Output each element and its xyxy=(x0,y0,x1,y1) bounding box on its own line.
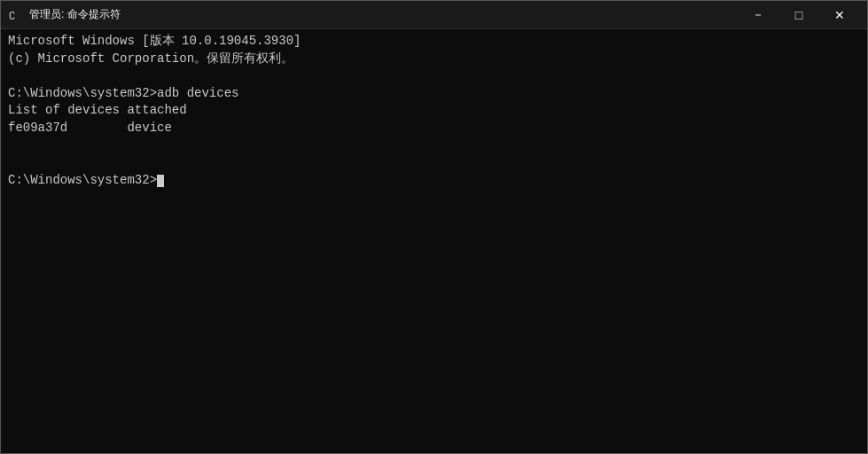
window-title: 管理员: 命令提示符 xyxy=(29,7,121,22)
console-line xyxy=(8,154,860,172)
cmd-window: C 管理员: 命令提示符 － □ ✕ Microsoft Windows [版本… xyxy=(0,0,868,454)
cmd-icon: C xyxy=(8,8,22,22)
console-line: (c) Microsoft Corporation。保留所有权利。 xyxy=(8,51,860,68)
console-line: List of devices attached xyxy=(8,102,860,120)
maximize-button[interactable]: □ xyxy=(778,1,819,29)
title-bar-left: C 管理员: 命令提示符 xyxy=(8,7,121,22)
svg-text:C: C xyxy=(9,11,15,22)
console-output: Microsoft Windows [版本 10.0.19045.3930](c… xyxy=(8,33,860,189)
console-line xyxy=(8,67,860,85)
console-line xyxy=(8,137,860,155)
window-controls: － □ ✕ xyxy=(738,1,860,29)
console-line: C:\Windows\system32> xyxy=(8,172,860,190)
console-body[interactable]: Microsoft Windows [版本 10.0.19045.3930](c… xyxy=(1,29,867,453)
title-bar: C 管理员: 命令提示符 － □ ✕ xyxy=(1,1,867,29)
cursor xyxy=(157,175,164,187)
minimize-button[interactable]: － xyxy=(738,1,778,29)
close-button[interactable]: ✕ xyxy=(819,1,860,29)
console-line: fe09a37d device xyxy=(8,120,860,137)
console-line: Microsoft Windows [版本 10.0.19045.3930] xyxy=(8,33,860,51)
console-line: C:\Windows\system32>adb devices xyxy=(8,85,860,103)
